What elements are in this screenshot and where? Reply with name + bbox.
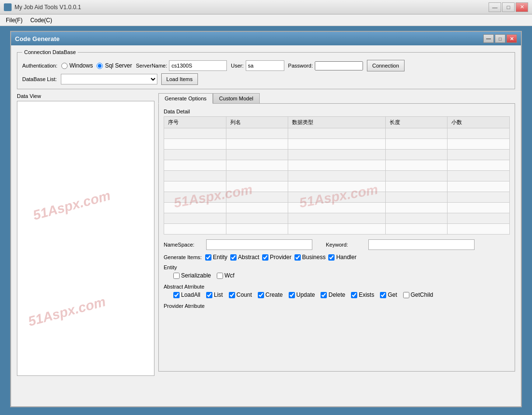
database-select[interactable] <box>61 74 157 84</box>
close-button[interactable]: ✕ <box>516 2 528 12</box>
getchild-checkbox[interactable] <box>403 292 409 298</box>
serializable-checkbox[interactable] <box>173 273 180 279</box>
namespace-input[interactable] <box>206 239 312 250</box>
entity-checkbox[interactable] <box>205 254 211 261</box>
wcf-checkbox[interactable] <box>217 273 223 279</box>
minimize-button[interactable]: — <box>489 2 501 12</box>
auth-label: Authentication: <box>22 63 57 69</box>
col-header-datatype: 数据类型 <box>288 117 385 128</box>
auth-windows-label: Windows <box>70 62 93 69</box>
data-detail-label: Data Detail <box>164 109 510 114</box>
list-label: List <box>214 291 223 298</box>
generate-items-row: Generate Items: Entity Abstract <box>164 254 510 261</box>
get-checkbox[interactable] <box>380 292 386 298</box>
serializable-label: Serializable <box>181 272 211 279</box>
table-row <box>164 192 510 203</box>
table-row <box>164 139 510 150</box>
namespace-row: NameSpace: Keyword: <box>164 239 510 250</box>
data-view-box[interactable]: 51Aspx.com 51Aspx.com <box>17 101 154 376</box>
exists-checkbox[interactable] <box>351 292 357 298</box>
table-row <box>164 181 510 192</box>
wcf-label: Wcf <box>224 272 235 279</box>
password-label: Password: <box>288 63 313 69</box>
namespace-label: NameSpace: <box>164 242 202 248</box>
checkbox-provider: Provider <box>262 254 292 261</box>
abstract-checkbox[interactable] <box>230 254 237 261</box>
list-checkbox[interactable] <box>206 292 212 298</box>
keyword-label: Keyword: <box>326 242 364 248</box>
app-icon <box>4 3 12 11</box>
user-input[interactable] <box>246 60 284 71</box>
dialog-title-controls: — □ ✕ <box>483 34 517 43</box>
maximize-button[interactable]: □ <box>502 2 515 12</box>
data-view-label: Data View <box>17 93 154 99</box>
table-row <box>164 128 510 139</box>
tab-custom-model[interactable]: Custom Model <box>213 93 260 103</box>
load-items-button[interactable]: Load Items <box>161 73 198 85</box>
checkbox-update: Update <box>289 291 315 298</box>
entity-section-title: Entity <box>164 264 510 270</box>
connection-button[interactable]: Connection <box>367 60 405 71</box>
tab-content-generate: Data Detail 51Aspx.com 51Aspx.com 序号 列名 … <box>158 104 515 372</box>
keyword-input[interactable] <box>368 239 475 250</box>
provider-checkbox[interactable] <box>262 254 268 261</box>
abstract-attribute-content: LoadAll List Count <box>164 291 510 298</box>
checkbox-count: Count <box>229 291 252 298</box>
data-view-panel: Data View 51Aspx.com 51Aspx.com <box>17 93 154 378</box>
table-row <box>164 213 510 224</box>
col-header-seqno: 序号 <box>164 117 226 128</box>
checkbox-exists: Exists <box>351 291 374 298</box>
loadall-checkbox[interactable] <box>173 292 180 298</box>
business-checkbox[interactable] <box>294 254 301 261</box>
col-header-length: 长度 <box>385 117 448 128</box>
data-view-watermark-2: 51Aspx.com <box>27 294 108 330</box>
database-label: DataBase List: <box>22 76 57 82</box>
menu-code[interactable]: Code(C) <box>27 16 56 25</box>
menu-bar: File(F) Code(C) <box>0 14 532 26</box>
table-row <box>164 203 510 213</box>
title-bar: My Job Aid Tools V1.0.0.1 — □ ✕ <box>0 0 532 14</box>
checkbox-get: Get <box>380 291 397 298</box>
update-checkbox[interactable] <box>289 292 295 298</box>
table-row <box>164 224 510 235</box>
tab-generate-options[interactable]: Generate Options <box>158 93 213 104</box>
app-title: My Job Aid Tools V1.0.0.1 <box>14 4 81 11</box>
checkbox-entity: Entity <box>205 254 227 261</box>
dialog-minimize-button[interactable]: — <box>483 34 494 43</box>
title-bar-left: My Job Aid Tools V1.0.0.1 <box>4 3 81 11</box>
count-checkbox[interactable] <box>229 292 235 298</box>
server-input[interactable] <box>169 60 227 71</box>
auth-windows-group: Windows <box>61 62 93 69</box>
connection-group: Connection DataBase Authentication: Wind… <box>17 49 515 89</box>
dialog-close-button[interactable]: ✕ <box>506 34 517 43</box>
data-table-container: 51Aspx.com 51Aspx.com 序号 列名 数据类型 长度 <box>164 116 510 235</box>
table-row <box>164 160 510 171</box>
data-view-watermark-1: 51Aspx.com <box>31 188 112 223</box>
provider-attribute-title: Provider Atrribute <box>164 303 510 309</box>
auth-windows-radio[interactable] <box>61 63 68 69</box>
main-area: Code Generate — □ ✕ Connection DataBase … <box>0 26 532 415</box>
entity-checkbox-label: Entity <box>213 254 227 261</box>
count-label: Count <box>237 291 252 298</box>
database-row: DataBase List: Load Items <box>22 73 510 85</box>
delete-checkbox[interactable] <box>321 292 327 298</box>
dialog-maximize-button[interactable]: □ <box>495 34 505 43</box>
dialog-content: Connection DataBase Authentication: Wind… <box>11 45 521 382</box>
checkbox-abstract: Abstract <box>230 254 259 261</box>
create-checkbox[interactable] <box>258 292 264 298</box>
user-label: User: <box>231 63 243 69</box>
abstract-checkbox-label: Abstract <box>238 254 259 261</box>
data-table: 序号 列名 数据类型 长度 小数 <box>164 116 510 235</box>
get-label: Get <box>388 291 397 298</box>
checkbox-business: Business <box>294 254 326 261</box>
handler-checkbox[interactable] <box>328 254 335 261</box>
auth-sql-radio[interactable] <box>97 63 103 69</box>
dialog-title-bar: Code Generate — □ ✕ <box>11 32 521 45</box>
password-input[interactable] <box>315 61 363 70</box>
entity-section: Entity Serializable Wcf <box>164 264 510 279</box>
delete-label: Delete <box>328 291 345 298</box>
checkbox-wcf: Wcf <box>217 272 235 279</box>
menu-file[interactable]: File(F) <box>2 16 27 25</box>
table-row <box>164 171 510 181</box>
dialog-title: Code Generate <box>15 35 59 42</box>
